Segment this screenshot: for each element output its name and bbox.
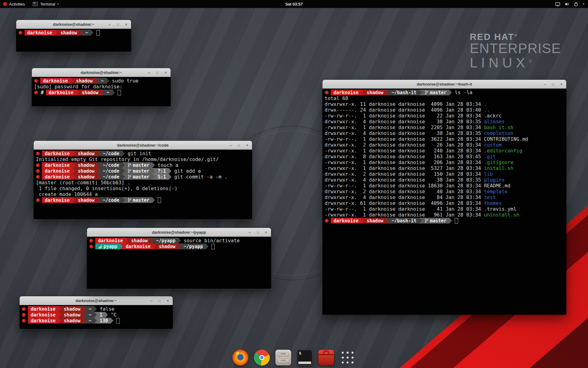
minimize-button[interactable]: – [147,71,151,75]
powerline-separator-icon [95,78,98,84]
terminal-app-icon[interactable]: $ [297,350,313,366]
file-name: completion [484,130,513,136]
close-button[interactable]: × [164,71,168,75]
file-meta: -rw-rw-r--. 1 darknoise darknoise 18630 … [325,183,484,189]
redhat-toolbox-icon[interactable] [318,350,334,366]
powerline-separator-icon [122,162,125,168]
terminal-line: Initialized empty Git repository in /hom… [36,156,250,162]
command-text: ls -la [455,90,473,95]
minimize-button[interactable]: – [228,143,233,147]
command-text: git commit -a -m . [174,174,227,180]
cursor [158,197,161,203]
maximize-button[interactable]: □ [155,71,160,74]
minimize-button[interactable]: – [149,299,153,303]
powerline-separator-icon [122,151,125,156]
prompt-segment-user: darknoise [331,218,361,224]
minimize-button[interactable]: – [247,230,252,234]
powerline-separator-icon [152,174,155,180]
minimize-button[interactable]: – [543,82,547,86]
terminal-content[interactable]: darknoiseshadow~ [16,29,131,52]
terminal-content[interactable]: darknoiseshadow~/pyappsource bin/activat… [87,237,271,289]
powerline-separator-icon [419,90,422,95]
redhat-icon [89,245,93,248]
clock[interactable]: Sat 03:57 [285,2,303,6]
terminal-content[interactable]: darknoiseshadow~falsedarknoiseshadow~1^C… [20,305,173,329]
prompt-segment-path: ~/code [100,151,122,156]
file-name: test [484,194,496,200]
close-button[interactable]: × [166,299,170,303]
prompt-segment-path: ~/code [100,197,122,203]
prompt-segment-branch: master [422,90,449,95]
powerline-separator-icon [449,218,452,224]
window-titlebar[interactable]: darknoise@shadow:~/pyapp – □ × [87,228,271,237]
window-title: darknoise@shadow:~/code [117,143,168,148]
window-title: darknoise@shadow:~/bash-it [417,82,472,86]
terminal-line: drwxrwxr-x. 4 darknoise darknoise 84 Jan… [325,194,564,200]
terminal-window-bash-it: darknoise@shadow:~/bash-it – □ × darknoi… [322,80,566,315]
redhat-icon [36,175,40,179]
activities-button[interactable]: Activities [3,0,25,8]
window-titlebar[interactable]: darknoise@shadow:~ – □ × [32,68,171,77]
output-text: [master (root-commit) 50bcb63] . [36,180,130,186]
prompt-segment-user: darknoise [46,90,76,95]
minimize-button[interactable]: – [107,22,112,26]
system-status-area[interactable]: ▾ [555,2,588,6]
powerline-separator-icon [361,90,364,95]
prompt-segment-host: shadow [61,318,83,324]
maximize-button[interactable]: □ [551,82,555,86]
chrome-icon[interactable] [254,350,270,366]
prompt-segment-host: shadow [58,30,80,36]
maximize-button[interactable]: □ [256,231,260,234]
prompt-segment-branch: master [422,218,449,224]
powerline-separator-icon [97,197,100,203]
terminal-content[interactable]: darknoiseshadow~/bash-itmasterls -latota… [322,89,566,315]
firefox-icon[interactable] [232,350,248,366]
terminal-line: create mode 100644 a [36,191,250,197]
prompt-segment-path: ~/code [100,174,122,180]
terminal-line: drwxrwxr-x. 11 darknoise darknoise 4096 … [325,101,564,107]
window-titlebar[interactable]: darknoise@shadow:~/code – □ × [34,141,252,150]
powerline-separator-icon [206,243,209,249]
git-branch-icon [425,90,428,95]
prompt-segment-user: darknoise [42,174,72,180]
app-grid-icon[interactable] [340,350,356,366]
file-meta: drwxrwxr-x. 2 darknoise darknoise 40 Jan… [325,189,484,194]
prompt-segment-user: darknoise [40,78,70,84]
file-manager-icon[interactable] [275,350,291,366]
window-titlebar[interactable]: darknoise@shadow:~ – □ × [16,20,131,29]
close-button[interactable]: × [264,230,268,234]
brand-line-1: RED HAT® [470,32,561,41]
powerline-separator-icon [178,238,181,243]
app-menu-terminal[interactable]: Terminal ▾ [33,0,59,8]
redhat-icon [36,163,40,167]
cursor [211,244,215,249]
terminal-content[interactable]: darknoiseshadow~/codegit initInitialized… [34,150,252,219]
terminal-window-home-1: darknoise@shadow:~ – □ × darknoiseshadow… [16,20,131,52]
terminal-line: -rwxrwxr-x. 1 darknoise darknoise 5327 J… [325,165,564,171]
terminal-line: darknoiseshadow~sudo true [34,78,168,84]
powerline-separator-icon [120,243,123,249]
prompt-segment-path: ~/bash-it [389,218,419,224]
maximize-button[interactable]: □ [116,23,120,26]
powerline-separator-icon [150,238,153,243]
file-meta: -rwxrwxr-x. 1 darknoise darknoise 2205 J… [325,125,484,130]
window-titlebar[interactable]: darknoise@shadow:~ – □ × [20,296,173,305]
maximize-button[interactable]: □ [157,299,162,302]
powerline-separator-icon [152,162,155,168]
close-button[interactable]: × [559,82,564,86]
command-text: ^C [111,312,117,318]
cursor [116,318,120,324]
close-button[interactable]: × [245,143,249,147]
maximize-button[interactable]: □ [237,144,241,147]
file-name: aliases [484,119,504,125]
window-titlebar[interactable]: darknoise@shadow:~/bash-it – □ × [322,80,566,89]
command-text: touch a [158,162,178,168]
terminal-line: drwxrwxr-x. 61 darknoise darknoise 4096 … [325,200,564,206]
close-button[interactable]: × [124,22,128,26]
file-meta: drwxrwxr-x. 4 darknoise darknoise 84 Jan… [325,194,484,200]
file-name: .. [484,107,490,113]
powerline-separator-icon [72,197,75,203]
terminal-content[interactable]: darknoiseshadow~sudo true[sudo] password… [32,77,171,106]
display-icon [555,2,560,6]
powerline-separator-icon [449,90,452,95]
